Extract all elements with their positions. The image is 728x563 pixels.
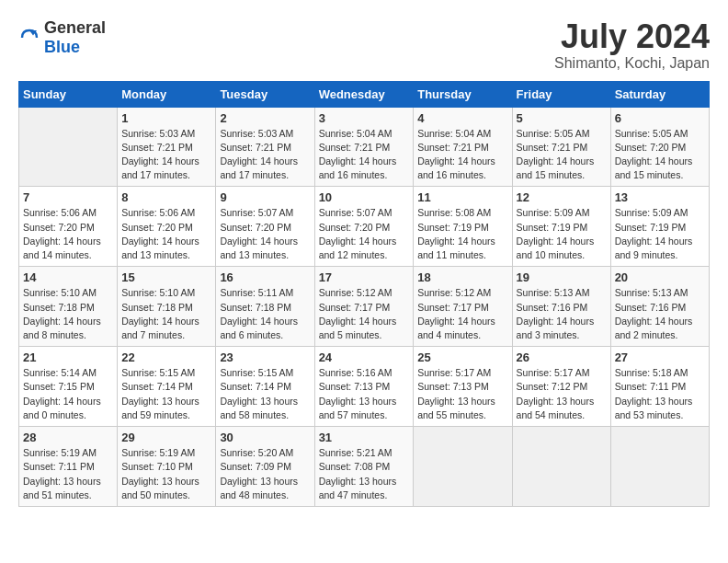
logo-blue-text: Blue: [44, 38, 80, 56]
title-block: July 2024 Shimanto, Kochi, Japan: [554, 18, 710, 72]
day-info: Sunrise: 5:10 AMSunset: 7:18 PMDaylight:…: [121, 286, 211, 342]
day-number: 11: [417, 190, 507, 204]
day-info: Sunrise: 5:11 AMSunset: 7:18 PMDaylight:…: [220, 286, 310, 342]
day-number: 27: [615, 350, 705, 364]
calendar-cell: 30Sunrise: 5:20 AMSunset: 7:09 PMDayligh…: [216, 427, 314, 507]
day-number: 6: [615, 111, 705, 125]
calendar-week-4: 21Sunrise: 5:14 AMSunset: 7:15 PMDayligh…: [19, 347, 710, 427]
day-info: Sunrise: 5:05 AMSunset: 7:20 PMDaylight:…: [615, 127, 705, 183]
calendar-cell: 13Sunrise: 5:09 AMSunset: 7:19 PMDayligh…: [610, 187, 709, 267]
calendar-week-3: 14Sunrise: 5:10 AMSunset: 7:18 PMDayligh…: [19, 267, 710, 347]
calendar-week-1: 1Sunrise: 5:03 AMSunset: 7:21 PMDaylight…: [19, 107, 710, 187]
day-header-wednesday: Wednesday: [314, 81, 414, 107]
calendar-cell: [19, 107, 118, 187]
calendar-cell: 12Sunrise: 5:09 AMSunset: 7:19 PMDayligh…: [512, 187, 610, 267]
calendar-cell: 5Sunrise: 5:05 AMSunset: 7:21 PMDaylight…: [512, 107, 610, 187]
calendar-cell: 25Sunrise: 5:17 AMSunset: 7:13 PMDayligh…: [414, 347, 512, 427]
day-number: 3: [319, 111, 410, 125]
day-info: Sunrise: 5:14 AMSunset: 7:15 PMDaylight:…: [23, 366, 113, 422]
calendar-cell: 1Sunrise: 5:03 AMSunset: 7:21 PMDaylight…: [118, 107, 216, 187]
calendar-cell: 17Sunrise: 5:12 AMSunset: 7:17 PMDayligh…: [314, 267, 414, 347]
calendar-cell: 31Sunrise: 5:21 AMSunset: 7:08 PMDayligh…: [314, 427, 414, 507]
calendar-cell: 16Sunrise: 5:11 AMSunset: 7:18 PMDayligh…: [216, 267, 314, 347]
day-number: 20: [615, 270, 705, 284]
day-number: 29: [121, 431, 211, 444]
calendar-cell: 8Sunrise: 5:06 AMSunset: 7:20 PMDaylight…: [118, 187, 216, 267]
day-number: 13: [615, 190, 705, 204]
calendar-cell: 20Sunrise: 5:13 AMSunset: 7:16 PMDayligh…: [610, 267, 709, 347]
day-number: 18: [417, 270, 507, 284]
calendar-cell: 9Sunrise: 5:07 AMSunset: 7:20 PMDaylight…: [216, 187, 314, 267]
calendar-cell: 2Sunrise: 5:03 AMSunset: 7:21 PMDaylight…: [216, 107, 314, 187]
day-number: 16: [220, 270, 310, 284]
day-number: 4: [417, 111, 507, 125]
day-number: 14: [23, 270, 113, 284]
day-info: Sunrise: 5:04 AMSunset: 7:21 PMDaylight:…: [319, 127, 410, 183]
day-info: Sunrise: 5:20 AMSunset: 7:09 PMDaylight:…: [220, 446, 310, 502]
day-info: Sunrise: 5:21 AMSunset: 7:08 PMDaylight:…: [319, 446, 410, 502]
calendar-cell: 28Sunrise: 5:19 AMSunset: 7:11 PMDayligh…: [19, 427, 118, 507]
day-info: Sunrise: 5:18 AMSunset: 7:11 PMDaylight:…: [615, 366, 705, 422]
day-info: Sunrise: 5:08 AMSunset: 7:19 PMDaylight:…: [417, 206, 507, 262]
logo-icon: [18, 27, 40, 49]
calendar-cell: [610, 427, 709, 507]
day-number: 23: [220, 350, 310, 364]
day-number: 2: [220, 111, 310, 125]
day-info: Sunrise: 5:17 AMSunset: 7:12 PMDaylight:…: [517, 366, 607, 422]
calendar-cell: 21Sunrise: 5:14 AMSunset: 7:15 PMDayligh…: [19, 347, 118, 427]
calendar-cell: 18Sunrise: 5:12 AMSunset: 7:17 PMDayligh…: [414, 267, 512, 347]
day-number: 15: [121, 270, 211, 284]
day-number: 5: [517, 111, 607, 125]
day-number: 31: [319, 431, 410, 444]
day-number: 22: [121, 350, 211, 364]
calendar-header: SundayMondayTuesdayWednesdayThursdayFrid…: [19, 81, 710, 107]
calendar-cell: 19Sunrise: 5:13 AMSunset: 7:16 PMDayligh…: [512, 267, 610, 347]
days-of-week-row: SundayMondayTuesdayWednesdayThursdayFrid…: [19, 81, 710, 107]
calendar-title: July 2024: [554, 18, 710, 55]
day-info: Sunrise: 5:03 AMSunset: 7:21 PMDaylight:…: [220, 127, 310, 183]
day-info: Sunrise: 5:06 AMSunset: 7:20 PMDaylight:…: [121, 206, 211, 262]
calendar-cell: 29Sunrise: 5:19 AMSunset: 7:10 PMDayligh…: [118, 427, 216, 507]
day-number: 26: [517, 350, 607, 364]
day-info: Sunrise: 5:12 AMSunset: 7:17 PMDaylight:…: [319, 286, 410, 342]
calendar-cell: 24Sunrise: 5:16 AMSunset: 7:13 PMDayligh…: [314, 347, 414, 427]
calendar-cell: [512, 427, 610, 507]
calendar-week-5: 28Sunrise: 5:19 AMSunset: 7:11 PMDayligh…: [19, 427, 710, 507]
day-info: Sunrise: 5:04 AMSunset: 7:21 PMDaylight:…: [417, 127, 507, 183]
day-info: Sunrise: 5:09 AMSunset: 7:19 PMDaylight:…: [615, 206, 705, 262]
day-number: 9: [220, 190, 310, 204]
calendar-cell: 3Sunrise: 5:04 AMSunset: 7:21 PMDaylight…: [314, 107, 414, 187]
day-number: 24: [319, 350, 410, 364]
day-number: 1: [121, 111, 211, 125]
day-number: 8: [121, 190, 211, 204]
day-number: 7: [23, 190, 113, 204]
day-info: Sunrise: 5:13 AMSunset: 7:16 PMDaylight:…: [517, 286, 607, 342]
day-number: 21: [23, 350, 113, 364]
day-info: Sunrise: 5:15 AMSunset: 7:14 PMDaylight:…: [220, 366, 310, 422]
day-number: 12: [517, 190, 607, 204]
calendar-table: SundayMondayTuesdayWednesdayThursdayFrid…: [18, 81, 710, 507]
day-number: 10: [319, 190, 410, 204]
day-number: 25: [417, 350, 507, 364]
day-info: Sunrise: 5:06 AMSunset: 7:20 PMDaylight:…: [23, 206, 113, 262]
calendar-week-2: 7Sunrise: 5:06 AMSunset: 7:20 PMDaylight…: [19, 187, 710, 267]
day-header-tuesday: Tuesday: [216, 81, 314, 107]
calendar-cell: 15Sunrise: 5:10 AMSunset: 7:18 PMDayligh…: [118, 267, 216, 347]
calendar-cell: 7Sunrise: 5:06 AMSunset: 7:20 PMDaylight…: [19, 187, 118, 267]
day-info: Sunrise: 5:10 AMSunset: 7:18 PMDaylight:…: [23, 286, 113, 342]
calendar-cell: 22Sunrise: 5:15 AMSunset: 7:14 PMDayligh…: [118, 347, 216, 427]
day-info: Sunrise: 5:12 AMSunset: 7:17 PMDaylight:…: [417, 286, 507, 342]
day-number: 28: [23, 431, 113, 444]
day-header-saturday: Saturday: [610, 81, 709, 107]
day-header-sunday: Sunday: [19, 81, 118, 107]
day-info: Sunrise: 5:13 AMSunset: 7:16 PMDaylight:…: [615, 286, 705, 342]
day-info: Sunrise: 5:15 AMSunset: 7:14 PMDaylight:…: [121, 366, 211, 422]
day-info: Sunrise: 5:07 AMSunset: 7:20 PMDaylight:…: [319, 206, 410, 262]
day-info: Sunrise: 5:16 AMSunset: 7:13 PMDaylight:…: [319, 366, 410, 422]
day-number: 30: [220, 431, 310, 444]
calendar-body: 1Sunrise: 5:03 AMSunset: 7:21 PMDaylight…: [19, 107, 710, 506]
day-number: 17: [319, 270, 410, 284]
calendar-cell: 4Sunrise: 5:04 AMSunset: 7:21 PMDaylight…: [414, 107, 512, 187]
day-info: Sunrise: 5:09 AMSunset: 7:19 PMDaylight:…: [517, 206, 607, 262]
day-info: Sunrise: 5:17 AMSunset: 7:13 PMDaylight:…: [417, 366, 507, 422]
